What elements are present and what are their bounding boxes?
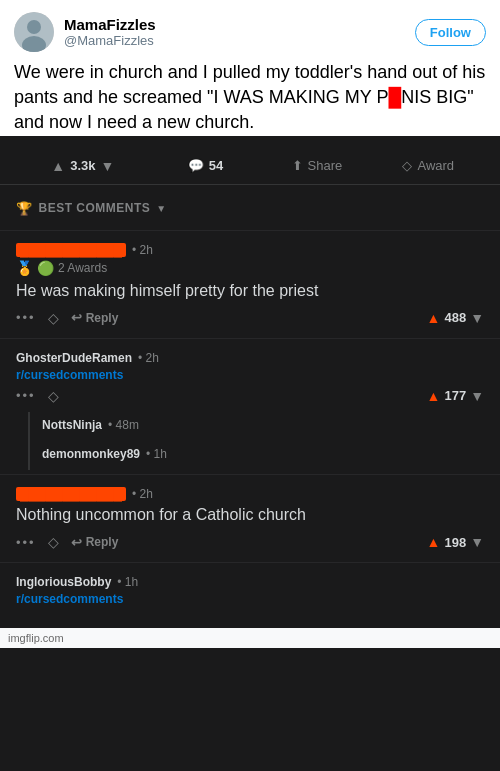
tweet-header: MamaFizzles @MamaFizzles Follow [14,12,486,52]
comment-time-3: • 2h [132,487,153,501]
nested-username-2: demonmonkey89 [42,447,140,461]
trophy-icon: 🏆 [16,201,33,216]
reply-arrow-icon-1: ↩ [71,310,82,325]
divider [0,230,500,231]
vote-count-1: 488 [444,310,466,325]
divider-2 [0,338,500,339]
comment-4: IngloriousBobby • 1h r/cursedcomments [0,567,500,620]
comment-username-3: ████████████ [16,487,126,501]
comment-2: GhosterDudeRamen • 2h r/cursedcomments •… [0,343,500,412]
comment-body-1: He was making himself pretty for the pri… [16,280,484,302]
tweet-container: MamaFizzles @MamaFizzles Follow We were … [0,0,500,136]
comment-meta-4: IngloriousBobby • 1h [16,575,484,589]
comment-actions-3: ••• ◇ ↩ Reply ▲ 198 ▼ [16,534,484,550]
award-label: Award [417,158,454,173]
section-header: 🏆 BEST COMMENTS ▼ [0,193,500,226]
vote-group-2: ▲ 177 ▼ [427,388,484,404]
comment-username-2: GhosterDudeRamen [16,351,132,365]
award-badge-1: 🏅 [16,260,33,276]
vote-down-3[interactable]: ▼ [470,534,484,550]
tweet-username: MamaFizzles [64,16,156,33]
vote-stat[interactable]: ▲ 3.3k ▼ [16,158,150,174]
more-options-2[interactable]: ••• [16,388,36,403]
vote-group-3: ▲ 198 ▼ [427,534,484,550]
comment-count: 54 [209,158,223,173]
comment-time-2: • 2h [138,351,159,365]
save-icon-2[interactable]: ◇ [48,388,59,404]
award-icon: ◇ [402,158,412,173]
award-badge-2: 🟢 [37,260,54,276]
divider-3 [0,474,500,475]
comment-meta-2: GhosterDudeRamen • 2h [16,351,484,365]
divider-4 [0,562,500,563]
nested-comment-1: NottsNinja • 48m [28,412,500,441]
comment-time-1: • 2h [132,243,153,257]
comment-actions-2: ••• ◇ ▲ 177 ▼ [16,388,484,404]
save-icon-1[interactable]: ◇ [48,310,59,326]
reply-button-3[interactable]: ↩ Reply [71,535,119,550]
redacted-letter: █ [389,87,402,107]
comment-actions-1: ••• ◇ ↩ Reply ▲ 488 ▼ [16,310,484,326]
vote-count-2: 177 [444,388,466,403]
share-label: Share [308,158,343,173]
vote-down-1[interactable]: ▼ [470,310,484,326]
imgflip-bar: imgflip.com [0,628,500,648]
reply-label-1: Reply [86,311,119,325]
awards-count-1: 2 Awards [58,261,107,275]
tweet-text: We were in church and I pulled my toddle… [14,60,486,136]
chevron-down-icon[interactable]: ▼ [156,203,166,214]
vote-up-1[interactable]: ▲ [427,310,441,326]
upvote-icon[interactable]: ▲ [51,158,65,174]
reply-arrow-icon-3: ↩ [71,535,82,550]
vote-count-3: 198 [444,535,466,550]
imgflip-label: imgflip.com [8,632,64,644]
award-stat[interactable]: ◇ Award [373,158,484,173]
downvote-icon[interactable]: ▼ [101,158,115,174]
comment-stat[interactable]: 💬 54 [150,158,261,173]
more-options-1[interactable]: ••• [16,310,36,325]
nested-time-1: • 48m [108,418,139,432]
nested-meta-2: demonmonkey89 • 1h [42,447,500,461]
comment-meta-3: ████████████ • 2h [16,487,484,501]
comment-1: ████████████ • 2h 🏅 🟢 2 Awards He was ma… [0,235,500,334]
comment-username-1: ████████████ [16,243,126,257]
nested-comment-2: demonmonkey89 • 1h [28,441,500,470]
vote-down-2[interactable]: ▼ [470,388,484,404]
best-comments-label: BEST COMMENTS [39,201,151,215]
nested-username-1: NottsNinja [42,418,102,432]
follow-button[interactable]: Follow [415,19,486,46]
svg-point-1 [27,20,41,34]
comment-time-4: • 1h [117,575,138,589]
avatar [14,12,54,52]
save-icon-3[interactable]: ◇ [48,534,59,550]
vote-group-1: ▲ 488 ▼ [427,310,484,326]
subreddit-link-4[interactable]: r/cursedcomments [16,592,484,606]
comment-meta-1: ████████████ • 2h [16,243,484,257]
nested-time-2: • 1h [146,447,167,461]
more-options-3[interactable]: ••• [16,535,36,550]
tweet-handle: @MamaFizzles [64,33,156,48]
comments-section: 🏆 BEST COMMENTS ▼ ████████████ • 2h 🏅 🟢 … [0,185,500,629]
vote-up-2[interactable]: ▲ [427,388,441,404]
comment-body-3: Nothing uncommon for a Catholic church [16,504,484,526]
comment-username-4: IngloriousBobby [16,575,111,589]
vote-up-3[interactable]: ▲ [427,534,441,550]
comment-icon: 💬 [188,158,204,173]
vote-count: 3.3k [70,158,95,173]
stats-bar: ▲ 3.3k ▼ 💬 54 ⬆ Share ◇ Award [0,148,500,185]
share-stat[interactable]: ⬆ Share [261,158,372,173]
reply-button-1[interactable]: ↩ Reply [71,310,119,325]
reply-label-3: Reply [86,535,119,549]
share-icon: ⬆ [292,158,303,173]
comment-3: ████████████ • 2h Nothing uncommon for a… [0,479,500,558]
tweet-user: MamaFizzles @MamaFizzles [14,12,156,52]
awards-row-1: 🏅 🟢 2 Awards [16,260,484,276]
nested-meta-1: NottsNinja • 48m [42,418,500,432]
subreddit-link-2[interactable]: r/cursedcomments [16,368,484,382]
user-info: MamaFizzles @MamaFizzles [64,16,156,48]
